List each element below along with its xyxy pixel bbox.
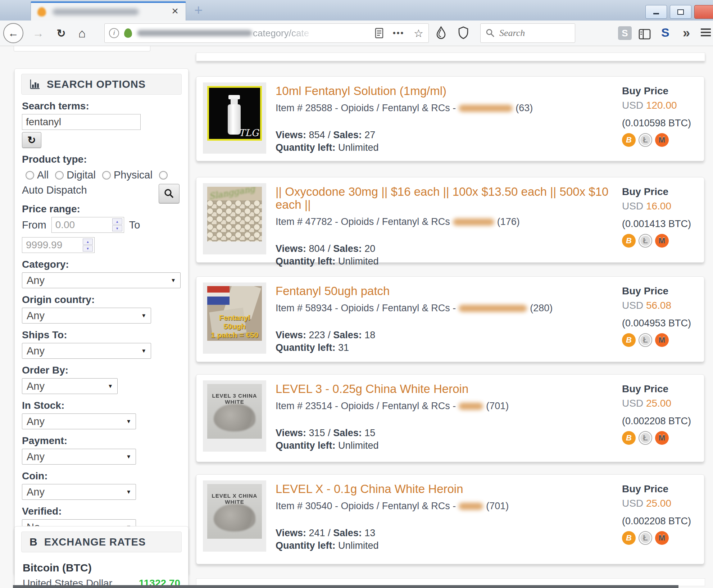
search-input[interactable] [499, 27, 565, 39]
powder-image [214, 504, 255, 532]
product-type-label: Product type: [22, 154, 181, 165]
vendor-name-blurred[interactable] [453, 218, 494, 226]
close-button[interactable] [694, 5, 713, 19]
onion-site-icon [124, 28, 132, 38]
listing-title-link[interactable]: Fentanyl 50ugh patch [276, 285, 622, 298]
radio-digital[interactable]: Digital [51, 169, 96, 181]
origin-country-select[interactable]: Any [22, 308, 151, 324]
listing-meta: Item # 30540 - Opioids / Fentanyl & RCs … [276, 501, 622, 512]
vendor-name-blurred[interactable] [459, 105, 513, 112]
extension-noscript-icon[interactable]: S [661, 26, 669, 40]
verified-label: Verified: [22, 506, 181, 517]
listing-stats: Views: 223 / Sales: 18 [276, 330, 622, 341]
price-usd: 120.00 [646, 100, 677, 111]
listing-row: TLG 10ml Fentanyl Solution (1mg/ml) Item… [196, 76, 704, 161]
overflow-menu-icon[interactable]: » [683, 26, 690, 41]
coin-label: Coin: [22, 470, 181, 482]
listing-row: Fentanyl 50ugh 1 patch = €50 Fentanyl 50… [196, 276, 704, 362]
price-to-spinner[interactable]: ▲▼ [83, 239, 93, 252]
order-by-label: Order By: [22, 365, 181, 376]
payment-select[interactable]: Any [22, 449, 136, 465]
price-btc: (0.002208 BTC) [622, 416, 704, 427]
toolbar-search[interactable] [480, 23, 575, 43]
forward-button[interactable]: → [30, 21, 46, 46]
in-stock-select[interactable]: Any [22, 413, 136, 429]
listing-thumbnail[interactable]: LEVEL 3 CHINA WHITE [207, 384, 262, 439]
radio-physical[interactable]: Physical [99, 169, 153, 181]
price-from-spinner[interactable]: ▲▼ [112, 218, 122, 231]
site-info-icon[interactable]: i [109, 28, 119, 38]
listing-thumbnail[interactable]: Fentanyl 50ugh 1 patch = €50 [207, 286, 262, 341]
tor-circuit-icon[interactable] [433, 25, 449, 41]
price-btc: (0.002208 BTC) [622, 516, 704, 527]
reader-mode-icon[interactable] [375, 28, 383, 39]
radio-all-icon[interactable] [26, 171, 34, 180]
sidebar-search-button[interactable] [159, 184, 180, 203]
page-actions-icon[interactable]: ••• [393, 28, 404, 38]
listing-stats: Views: 315 / Sales: 15 [276, 428, 622, 439]
vendor-name-blurred[interactable] [459, 503, 483, 510]
powder-image [214, 404, 255, 431]
listing-title-link[interactable]: 10ml Fentanyl Solution (1mg/ml) [276, 85, 622, 98]
minimize-button[interactable] [645, 5, 667, 19]
vendor-name-blurred[interactable] [459, 403, 483, 410]
listing-thumb-plate: TLG [203, 82, 266, 154]
listing-row: Slanggang || Oxycodone 30mg || $16 each … [196, 177, 704, 263]
litecoin-coin-icon: Ł [639, 333, 652, 347]
exchange-rates-header: B EXCHANGE RATES [21, 532, 182, 552]
monero-coin-icon: M [655, 133, 669, 147]
bitcoin-coin-icon: B [622, 531, 636, 545]
browser-tab[interactable]: × [31, 1, 186, 22]
security-shield-icon[interactable] [455, 25, 471, 41]
thumb-caption: LEVEL X CHINA WHITE [207, 493, 262, 505]
listing-thumbnail[interactable]: LEVEL X CHINA WHITE [207, 484, 262, 539]
bitcoin-coin-icon: B [622, 133, 636, 147]
listing-thumbnail[interactable]: Slanggang [207, 187, 262, 241]
price-btc: (0.004953 BTC) [622, 318, 704, 329]
category-select[interactable]: Any [22, 272, 181, 288]
radio-digital-icon[interactable] [55, 171, 64, 180]
listing-meta: Item # 23514 - Opioids / Fentanyl & RCs … [276, 401, 622, 412]
forward-icon: → [32, 27, 44, 40]
url-bar[interactable]: i category/cate ••• ☆ [104, 23, 429, 43]
listing-title-link[interactable]: LEVEL 3 - 0.25g China White Heroin [276, 383, 622, 395]
back-button[interactable]: ← [3, 21, 24, 46]
home-button[interactable]: ⌂ [74, 21, 90, 46]
listing-thumbnail[interactable]: TLG [207, 86, 262, 141]
price-to-input[interactable]: 9999.99 ▲▼ [22, 237, 95, 253]
order-by-select[interactable]: Any [22, 378, 118, 394]
search-terms-input[interactable] [22, 114, 141, 130]
ships-to-select[interactable]: Any [22, 343, 151, 359]
radio-all[interactable]: All [22, 169, 49, 181]
magnifier-icon [164, 189, 174, 199]
search-options-title: SEARCH OPTIONS [47, 78, 146, 90]
coin-select[interactable]: Any [22, 484, 136, 500]
pills-image [207, 200, 262, 241]
radio-auto-dispatch-icon[interactable] [159, 171, 168, 180]
sidebar-toggle-icon[interactable] [637, 26, 653, 42]
search-terms-label: Search terms: [22, 100, 181, 112]
listing-title-link[interactable]: || Oxycodone 30mg || $16 each || 100x $1… [276, 185, 622, 211]
home-icon: ⌂ [78, 26, 86, 40]
extension-scriptsafe-icon[interactable]: S [618, 26, 632, 40]
radio-physical-icon[interactable] [102, 171, 111, 180]
price-usd: 56.08 [646, 300, 671, 311]
maximize-button[interactable] [670, 5, 691, 19]
tab-close-icon[interactable]: × [172, 5, 178, 17]
vendor-name-blurred[interactable] [459, 305, 527, 312]
litecoin-coin-icon: Ł [639, 531, 652, 545]
ships-to-label: Ships To: [22, 329, 181, 341]
new-tab-button[interactable]: + [194, 3, 203, 17]
url-path: category/cate [253, 28, 316, 39]
reset-filters-button[interactable]: ↻ [22, 132, 41, 148]
app-menu-icon[interactable] [701, 28, 711, 30]
price-from-input[interactable]: 0.00 ▲▼ [51, 217, 124, 233]
bookmark-star-icon[interactable]: ☆ [414, 27, 423, 40]
listing-title-link[interactable]: LEVEL X - 0.1g China White Heroin [276, 483, 622, 496]
listing-meta: Item # 47782 - Opioids / Fentanyl & RCs(… [276, 216, 622, 227]
price-usd: 16.00 [646, 200, 671, 212]
monero-coin-icon: M [655, 234, 669, 248]
in-stock-label: In Stock: [22, 400, 181, 411]
reload-button[interactable]: ↻ [53, 21, 69, 46]
price-btc: (0.001413 BTC) [622, 218, 704, 230]
